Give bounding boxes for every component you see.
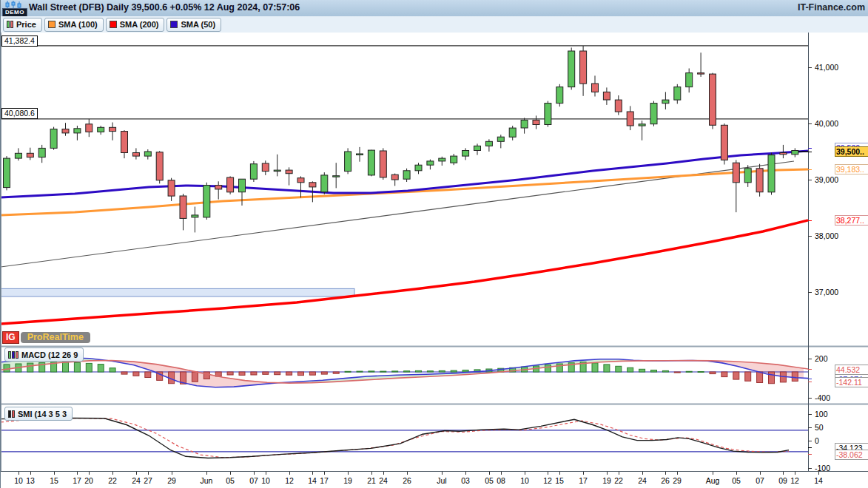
time-tick-label: 17 <box>314 476 334 485</box>
time-tick-label: 19 <box>338 476 357 485</box>
axis-tick <box>808 180 812 180</box>
time-tick-label: 26 <box>397 476 417 485</box>
time-tick <box>89 472 90 475</box>
time-tick <box>736 472 737 475</box>
axis-tick <box>808 148 812 149</box>
time-tick <box>818 472 819 475</box>
smi-tick-label: 50 <box>815 423 824 432</box>
prorealtime-wordmark: ProRealTime <box>21 332 90 343</box>
price-value-label: 39,183.. <box>835 164 868 174</box>
axis-tick <box>808 414 812 415</box>
time-tick <box>148 472 149 475</box>
time-tick-label: 08 <box>491 476 511 485</box>
axis-tick <box>808 468 812 469</box>
smi-tick-label: 0 <box>815 436 819 445</box>
time-tick-label: 12 <box>785 476 804 485</box>
price-value-label: 39,500.. <box>835 146 868 157</box>
macd-value-label: 44.532 <box>835 365 868 375</box>
macd-label-text: MACD (12 26 9 <box>21 350 78 359</box>
price-tick-label: 38,000 <box>815 231 838 240</box>
time-tick <box>371 472 372 475</box>
level-label-40080[interactable]: 40,080.6 <box>1 108 38 119</box>
smi-tick-label: -100 <box>815 464 830 472</box>
time-tick <box>230 472 231 475</box>
smi-icon <box>8 410 15 418</box>
time-tick-label: 10 <box>256 476 275 485</box>
smi-value-label: -38.062 <box>835 450 868 460</box>
chart-window: DEMO Wall Street (DFB) Daily 39,500.6 +0… <box>0 0 868 488</box>
time-tick <box>713 472 713 475</box>
time-tick-label: 24 <box>374 476 393 485</box>
time-tick <box>548 472 548 475</box>
axis-tick <box>808 292 812 293</box>
macd-indicator-label[interactable]: MACD (12 26 9 <box>4 348 84 362</box>
time-tick-label: 14 <box>809 476 828 485</box>
axis-tick <box>808 441 812 441</box>
time-tick-label: 20 <box>79 476 98 485</box>
price-value-label: 38,277.. <box>835 215 868 226</box>
time-tick-label: 12 <box>280 476 299 485</box>
price-tick-label: 39,000 <box>815 175 838 184</box>
time-tick-label: 05 <box>221 476 240 485</box>
time-tick <box>583 472 584 475</box>
time-tick <box>312 472 313 475</box>
time-tick <box>442 472 443 475</box>
time-tick <box>54 472 55 475</box>
time-tick-label: 22 <box>103 476 122 485</box>
time-tick-label: 10 <box>515 476 534 485</box>
time-tick <box>489 472 490 475</box>
time-tick-label: 17 <box>573 476 593 485</box>
time-tick <box>254 472 255 475</box>
time-tick-label: 13 <box>21 476 40 485</box>
price-tick-label: 40,000 <box>815 119 838 128</box>
time-tick <box>266 472 266 475</box>
axis-tick <box>808 67 812 68</box>
level-label-41382[interactable]: 41,382.4 <box>1 35 38 47</box>
time-tick-label: 27 <box>138 476 158 485</box>
macd-value-label: -142.11 <box>835 377 868 387</box>
time-tick <box>172 472 172 475</box>
time-tick-label: 29 <box>162 476 181 485</box>
axis-tick <box>808 369 812 370</box>
smi-tick-label: 100 <box>815 410 828 418</box>
time-tick <box>501 472 502 475</box>
time-tick <box>136 472 137 475</box>
time-tick <box>607 472 608 475</box>
smi-label-text: SMI (14 3 5 3 <box>18 410 67 418</box>
price-chart-canvas[interactable] <box>1 0 868 488</box>
smi-indicator-label[interactable]: SMI (14 3 5 3 <box>4 407 73 421</box>
time-tick <box>112 472 113 475</box>
time-tick-label: 29 <box>667 476 687 485</box>
macd-tick-label: -400 <box>815 393 830 402</box>
price-tick-label: 37,000 <box>815 288 838 296</box>
time-tick-label: 15 <box>550 476 569 485</box>
axis-tick <box>808 220 812 221</box>
time-tick <box>77 472 78 475</box>
time-tick-label: Jul <box>432 476 451 485</box>
time-tick <box>18 472 19 475</box>
axis-tick <box>808 359 812 359</box>
time-tick-label: Jun <box>197 476 216 485</box>
axis-tick <box>808 427 812 428</box>
axis-tick <box>808 236 812 237</box>
time-tick <box>348 472 349 475</box>
time-tick <box>665 472 666 475</box>
time-tick-label: 07 <box>750 476 770 485</box>
time-tick <box>407 472 408 475</box>
time-tick <box>760 472 761 475</box>
price-tick-label: 41,000 <box>815 63 838 72</box>
time-tick <box>559 472 560 475</box>
axis-tick <box>808 398 812 399</box>
time-tick <box>783 472 784 475</box>
time-tick <box>289 472 290 475</box>
time-tick <box>465 472 466 475</box>
time-tick <box>619 472 619 475</box>
time-tick-label: 22 <box>609 476 628 485</box>
time-tick <box>30 472 31 475</box>
axis-tick <box>808 169 812 170</box>
time-tick-label: 03 <box>456 476 475 485</box>
time-tick <box>383 472 384 475</box>
time-tick-label: 05 <box>727 476 746 485</box>
prorealtime-logo: IG ProRealTime <box>2 331 90 344</box>
macd-icon <box>8 351 18 359</box>
